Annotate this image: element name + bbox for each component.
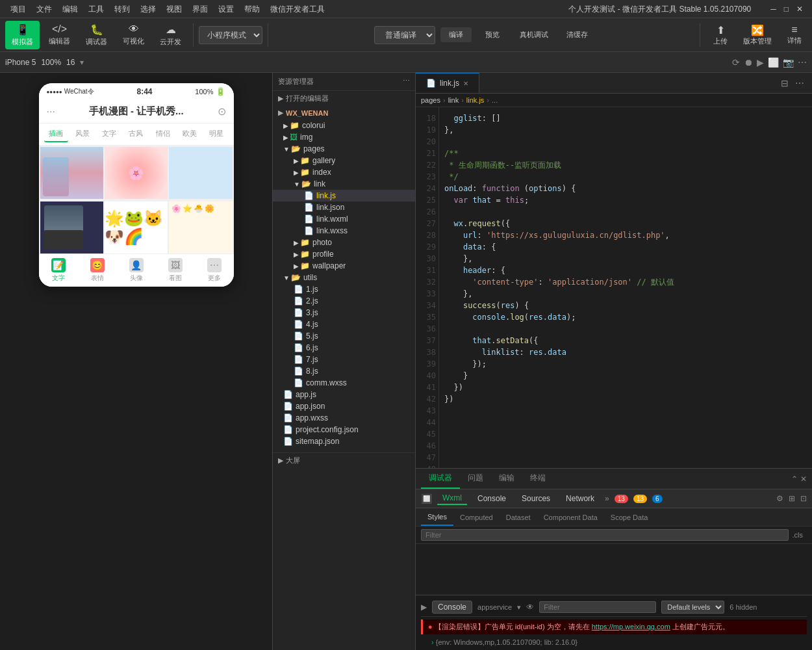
- play-icon[interactable]: ▶: [757, 57, 764, 68]
- clear-cache-btn[interactable]: 清缓存: [560, 27, 594, 42]
- folder-photo[interactable]: ▶ 📁 photo: [273, 237, 415, 248]
- phone-tab-illustration[interactable]: 插画: [44, 126, 68, 142]
- preview-btn[interactable]: 预览: [477, 27, 508, 42]
- nav-item-avatar[interactable]: 👤 头像: [117, 258, 156, 283]
- folder-img[interactable]: ▶ 🖼 img: [273, 131, 415, 143]
- menu-item-file[interactable]: 文件: [31, 0, 57, 18]
- debug-dock-icon[interactable]: ⊞: [789, 494, 795, 503]
- menu-item-settings[interactable]: 设置: [213, 0, 239, 18]
- debug-settings-icon[interactable]: ⚙: [776, 494, 783, 503]
- file-7js[interactable]: 📄 7.js: [273, 354, 415, 365]
- style-tab-scope-data[interactable]: Scope Data: [604, 508, 654, 526]
- cloud-btn[interactable]: ☁ 云开发: [153, 21, 188, 49]
- file-8js[interactable]: 📄 8.js: [273, 365, 415, 377]
- debug-close-icon[interactable]: ✕: [800, 474, 807, 484]
- mode-select[interactable]: 小程序模式: [199, 26, 262, 44]
- crop-icon[interactable]: ⬜: [768, 57, 779, 68]
- gallery-cell-4[interactable]: [40, 202, 103, 254]
- phone-tab-western[interactable]: 欧美: [177, 126, 201, 142]
- console-source-dropdown[interactable]: ▾: [517, 603, 521, 612]
- file-5js[interactable]: 📄 5.js: [273, 330, 415, 342]
- editor-btn[interactable]: </> 编辑器: [42, 21, 77, 49]
- folder-pages[interactable]: ▼ 📂 pages: [273, 143, 415, 155]
- visual-btn[interactable]: 👁 可视化: [116, 21, 151, 49]
- styles-filter-input[interactable]: [421, 529, 789, 541]
- file-sitemap[interactable]: 📄 sitemap.json: [273, 436, 415, 447]
- file-1js[interactable]: 📄 1.js: [273, 283, 415, 295]
- breadcrumb-file[interactable]: link.js: [466, 96, 485, 104]
- menu-item-tools[interactable]: 工具: [83, 0, 109, 18]
- file-4js[interactable]: 📄 4.js: [273, 318, 415, 330]
- simulator-btn[interactable]: 📱 模拟器: [5, 21, 40, 49]
- style-tab-styles[interactable]: Styles: [421, 508, 453, 526]
- file-link-js[interactable]: 📄 link.js: [273, 190, 415, 202]
- breadcrumb-link[interactable]: link: [448, 96, 459, 104]
- console-level-select[interactable]: Default levels: [661, 601, 724, 614]
- console-filter-input[interactable]: [539, 601, 656, 613]
- detail-btn[interactable]: ≡ 详情: [782, 21, 807, 48]
- style-tab-dataset[interactable]: Dataset: [500, 508, 537, 526]
- menu-item-help[interactable]: 帮助: [239, 0, 265, 18]
- phone-camera-icon[interactable]: ⊙: [218, 105, 226, 118]
- big-screen-section[interactable]: ▶ 大屏: [273, 452, 415, 468]
- nav-item-more[interactable]: ⋯ 更多: [195, 258, 234, 283]
- file-project-config[interactable]: 📄 project.config.json: [273, 424, 415, 436]
- file-link-wxml[interactable]: 📄 link.wxml: [273, 213, 415, 225]
- file-6js[interactable]: 📄 6.js: [273, 342, 415, 354]
- rotate-icon[interactable]: ⟳: [732, 57, 740, 68]
- file-link-wxss[interactable]: 📄 link.wxss: [273, 225, 415, 237]
- debug-tab-problems[interactable]: 问题: [460, 469, 491, 489]
- debug-inner-tab-sources[interactable]: Sources: [516, 493, 555, 504]
- phone-tab-star[interactable]: 明星: [204, 126, 228, 142]
- menu-item-project[interactable]: 项目: [5, 0, 31, 18]
- debug-tab-terminal[interactable]: 终端: [522, 469, 553, 489]
- nav-item-look[interactable]: 🖼 看图: [156, 258, 195, 283]
- menu-item-interface[interactable]: 界面: [187, 0, 213, 18]
- folder-index[interactable]: ▶ 📁 index: [273, 166, 415, 178]
- window-close[interactable]: ✕: [793, 0, 807, 18]
- console-err-link[interactable]: https://mp.weixin.qq.com: [592, 623, 670, 630]
- debug-collapse-icon[interactable]: ⌃: [791, 474, 798, 484]
- phone-tab-text[interactable]: 文字: [97, 126, 121, 142]
- compile-btn[interactable]: 编译: [440, 27, 472, 42]
- split-icon[interactable]: ⊟: [778, 77, 791, 90]
- compile-select[interactable]: 普通编译: [374, 26, 435, 44]
- folder-gallery[interactable]: ▶ 📁 gallery: [273, 155, 415, 166]
- nav-item-text[interactable]: 📝 文字: [39, 258, 78, 283]
- code-area[interactable]: gglist: [] }, /** * 生命周期函数--监听页面加载 */ on…: [439, 107, 812, 468]
- debug-inner-more[interactable]: »: [605, 494, 609, 503]
- debug-inspect-icon[interactable]: 🔲: [421, 493, 432, 504]
- phone-tab-scenery[interactable]: 风景: [71, 126, 95, 142]
- console-toggle[interactable]: ▶: [421, 603, 427, 612]
- phone-menu-icon[interactable]: ···: [47, 106, 55, 118]
- nav-item-emoji[interactable]: 😊 表情: [78, 258, 117, 283]
- debug-tab-debugger[interactable]: 调试器: [421, 469, 460, 489]
- file-3js[interactable]: 📄 3.js: [273, 307, 415, 318]
- window-minimize[interactable]: ─: [767, 0, 780, 18]
- debug-inner-tab-console[interactable]: Console: [472, 493, 511, 504]
- debugger-btn[interactable]: 🐛 调试器: [79, 21, 114, 49]
- debug-tab-output[interactable]: 编输: [491, 469, 522, 489]
- file-app-js[interactable]: 📄 app.js: [273, 389, 415, 400]
- record-icon[interactable]: ⏺: [744, 57, 753, 68]
- file-app-json[interactable]: 📄 app.json: [273, 400, 415, 412]
- folder-profile[interactable]: ▶ 📁 profile: [273, 248, 415, 260]
- gallery-cell-3[interactable]: [169, 147, 232, 199]
- more-editor-icon[interactable]: ⋯: [793, 77, 807, 90]
- folder-wallpaper[interactable]: ▶ 📁 wallpaper: [273, 260, 415, 272]
- file-app-wxss[interactable]: 📄 app.wxss: [273, 412, 415, 424]
- more-icon[interactable]: ⋯: [798, 57, 807, 68]
- style-tab-computed[interactable]: Computed: [453, 508, 500, 526]
- version-btn[interactable]: 🔀 版本管理: [738, 21, 777, 49]
- menu-item-view[interactable]: 视图: [161, 0, 187, 18]
- menu-item-wechat[interactable]: 微信开发者工具: [265, 0, 330, 18]
- tab-close-btn[interactable]: ✕: [463, 80, 468, 87]
- screenshot-icon[interactable]: 📷: [783, 57, 794, 68]
- file-tree-more[interactable]: ⋯: [403, 77, 410, 86]
- breadcrumb-pages[interactable]: pages: [421, 96, 440, 104]
- menu-item-edit[interactable]: 编辑: [57, 0, 83, 18]
- gallery-cell-1[interactable]: [40, 147, 103, 199]
- project-section[interactable]: ▶ WX_WENAN: [273, 106, 415, 120]
- phone-tab-couple[interactable]: 情侣: [151, 126, 175, 142]
- menu-item-select[interactable]: 选择: [135, 0, 161, 18]
